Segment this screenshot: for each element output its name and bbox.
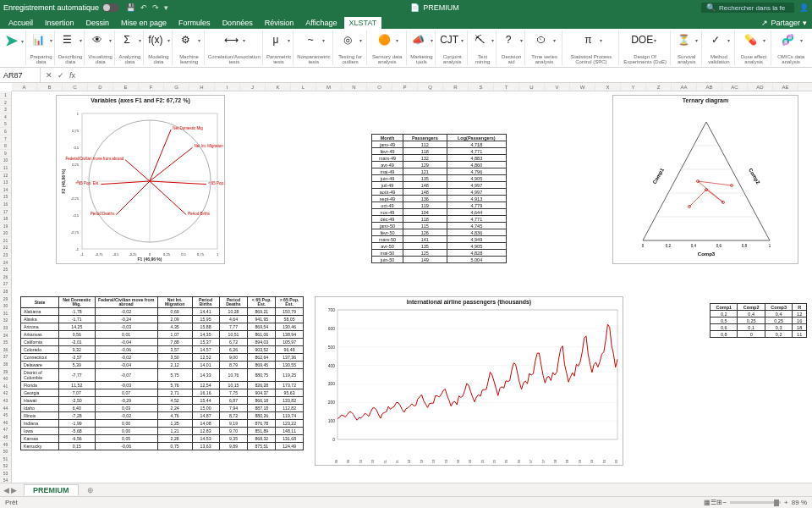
svg-text:0,75: 0,75 <box>197 252 205 257</box>
zoom-slider[interactable] <box>730 501 781 504</box>
user-avatar-icon[interactable]: 👤 <box>799 3 809 12</box>
view-break-icon[interactable]: ⊞ <box>716 499 722 506</box>
svg-text:janv-52: janv-52 <box>407 459 411 463</box>
ribbon-group: ✓▾Method validation <box>704 30 735 65</box>
ribbon-group: ?▾Decision aid <box>498 30 525 65</box>
add-sheet-button[interactable]: ⊕ <box>82 486 99 494</box>
view-normal-icon[interactable]: ▦ <box>704 499 710 506</box>
tab-mise en page[interactable]: Mise en page <box>116 17 172 29</box>
redo-icon[interactable]: ↷ <box>152 3 159 12</box>
undo-icon[interactable]: ↶ <box>140 3 147 12</box>
svg-text:1: 1 <box>217 252 219 257</box>
svg-text:janv-54: janv-54 <box>456 459 460 463</box>
sheet-tab-premium[interactable]: PREMIUM <box>24 484 79 495</box>
ribbon-icon[interactable]: f(x) <box>147 31 164 48</box>
ribbon-icon[interactable]: 🟠 <box>376 31 392 48</box>
state-table[interactable]: StateNet Domestic Mig.Federal/Civilian m… <box>20 296 304 450</box>
status-bar: Prêt ▦ ☰ ⊞ − + 89 % <box>0 496 812 508</box>
ribbon-icon[interactable]: ? <box>500 31 517 48</box>
share-button[interactable]: ↗ Partager ▾ <box>756 17 812 29</box>
svg-text:0,5: 0,5 <box>181 252 186 257</box>
enter-icon[interactable]: ✓ <box>58 71 64 80</box>
passengers-table[interactable]: MonthPassengersLog(Passengers)janv-49112… <box>371 134 507 263</box>
ribbon-icon[interactable]: π <box>579 31 596 48</box>
comp-table[interactable]: Comp1Comp2Comp3R0,20,40,4120,50,250,2516… <box>710 303 807 338</box>
view-layout-icon[interactable]: ☰ <box>710 499 716 506</box>
sheet-nav[interactable]: ◀▶ <box>0 486 20 494</box>
ribbon-icon[interactable]: DOE <box>634 31 650 48</box>
ribbon-group: 📊▾Preparing data <box>28 30 55 65</box>
ribbon-icon[interactable]: CJT <box>441 31 458 48</box>
tab-données[interactable]: Données <box>217 17 258 29</box>
svg-text:Net Int. Migration: Net Int. Migration <box>194 144 223 148</box>
ribbon-label: Survival analysis <box>674 54 700 64</box>
svg-text:F2 (46,96 %): F2 (46,96 %) <box>61 168 66 193</box>
ternary-chart[interactable]: Ternary diagram Comp3Comp1Comp200,20,40,… <box>612 95 798 264</box>
tab-révision[interactable]: Révision <box>260 17 299 29</box>
svg-text:Period Deaths: Period Deaths <box>91 212 115 216</box>
ribbon-icon[interactable]: ◎ <box>339 31 356 48</box>
ribbon-icon[interactable]: 👁 <box>89 31 106 48</box>
ribbon-icon[interactable]: Σ <box>118 31 135 48</box>
svg-text:janv-56: janv-56 <box>504 459 508 463</box>
zoom-in-icon[interactable]: + <box>784 499 788 506</box>
svg-line-52 <box>689 190 706 207</box>
ribbon-icon[interactable]: ⟷ <box>222 31 239 48</box>
ribbon-icon[interactable]: ⏳ <box>675 31 692 48</box>
name-box[interactable]: AR87 <box>0 68 41 82</box>
ribbon-icon[interactable]: ☰ <box>59 31 76 48</box>
line-chart[interactable]: International airline passengers (thousa… <box>315 296 623 466</box>
ribbon-icon[interactable]: 💊 <box>743 31 760 48</box>
ribbon-icon[interactable]: μ <box>267 31 284 48</box>
pca-chart[interactable]: Variables (axes F1 and F2: 67,72 %) Net … <box>56 95 225 264</box>
worksheet[interactable]: ABCDEFGHIJKLMNOPQRSTUVWXYZAAABACADAE 123… <box>0 83 812 489</box>
ternary-title: Ternary diagram <box>613 96 798 105</box>
search-box[interactable]: 🔍 <box>701 3 794 13</box>
state-table-grid: StateNet Domestic Mig.Federal/Civilian m… <box>20 296 304 450</box>
ribbon-icon[interactable]: ~ <box>302 31 319 48</box>
svg-text:juil-54: juil-54 <box>468 459 472 463</box>
ribbon-icon[interactable]: ⚙ <box>178 31 195 48</box>
svg-text:Net Domestic Mig: Net Domestic Mig <box>173 126 203 130</box>
ribbon-icon[interactable]: ✓ <box>707 31 724 48</box>
xlstat-run-icon[interactable]: ➤ <box>5 31 18 50</box>
ribbon-icon[interactable]: ⏲ <box>533 31 550 48</box>
fx-icon[interactable]: fx <box>69 71 75 80</box>
qat-dropdown-icon[interactable]: ▾ <box>164 3 168 12</box>
zoom-control[interactable]: − + 89 % <box>722 499 807 506</box>
search-input[interactable] <box>719 4 787 12</box>
svg-text:-0,75: -0,75 <box>95 252 103 257</box>
ribbon-group: ~▾Nonparametric tests <box>295 30 332 65</box>
svg-text:0: 0 <box>642 244 645 248</box>
tab-xlstat[interactable]: XLSTAT <box>344 17 382 29</box>
tab-formules[interactable]: Formules <box>173 17 216 29</box>
ribbon-label: Correlation/Association tests <box>208 54 261 64</box>
ribbon-icon[interactable]: 📣 <box>410 31 427 48</box>
ribbon-label: Statistical Process Control (SPC) <box>566 54 617 64</box>
tab-accueil[interactable]: Accueil <box>3 17 38 29</box>
ribbon-label: Machine learning <box>176 54 202 64</box>
ribbon-icon[interactable]: 🧬 <box>780 31 797 48</box>
tab-insertion[interactable]: Insertion <box>40 17 80 29</box>
tab-affichage[interactable]: Affichage <box>300 17 342 29</box>
share-label: Partager <box>771 19 800 27</box>
save-icon[interactable]: 💾 <box>126 3 135 12</box>
tab-dessin[interactable]: Dessin <box>81 17 115 29</box>
svg-text:1: 1 <box>769 244 771 248</box>
row-headers[interactable]: 1234567891011121314151617181920212223242… <box>0 91 12 489</box>
ribbon-icon[interactable]: ⛏ <box>471 31 488 48</box>
cancel-icon[interactable]: ✕ <box>46 71 52 80</box>
switch-icon[interactable] <box>102 3 119 12</box>
svg-text:janv-57: janv-57 <box>529 459 533 463</box>
line-chart-title: International airline passengers (thousa… <box>315 297 623 306</box>
autosave-toggle[interactable]: Enregistrement automatique <box>3 3 119 12</box>
sheet-canvas[interactable]: Variables (axes F1 and F2: 67,72 %) Net … <box>12 91 812 489</box>
svg-text:janv-59: janv-59 <box>578 459 582 463</box>
ribbon-icon[interactable]: 📊 <box>30 31 47 48</box>
svg-text:juil-51: juil-51 <box>395 459 399 463</box>
doc-name: PREMIUM <box>423 3 459 12</box>
svg-text:juil-50: juil-50 <box>370 459 375 463</box>
zoom-out-icon[interactable]: − <box>722 499 727 506</box>
ribbon-label: OMICs data analysis <box>775 54 807 64</box>
column-headers[interactable]: ABCDEFGHIJKLMNOPQRSTUVWXYZAAABACADAE <box>12 83 812 91</box>
